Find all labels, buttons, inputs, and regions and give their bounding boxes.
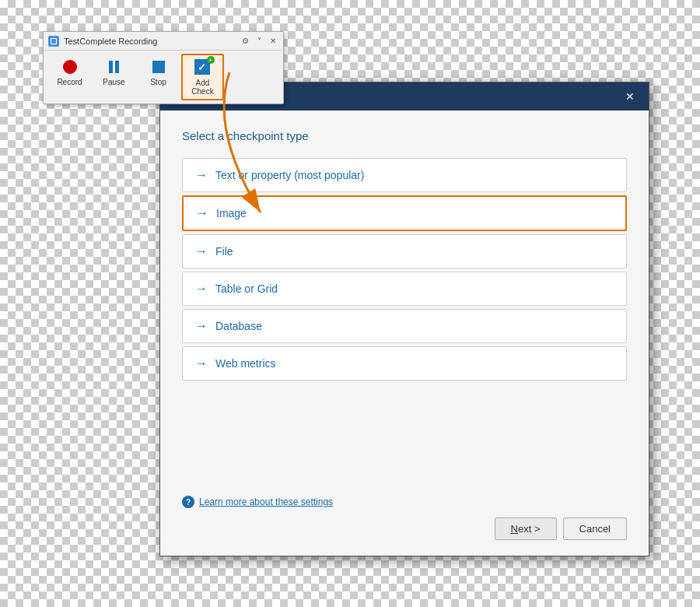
next-button[interactable]: Next > — [495, 518, 557, 540]
toolbar-titlebar: TestComplete Recording ⚙ ˅ ✕ — [44, 32, 283, 51]
record-label: Record — [57, 78, 82, 86]
arrow-icon-web-metrics: → — [195, 356, 208, 370]
chevron-down-icon[interactable]: ˅ — [254, 36, 264, 47]
stop-button[interactable]: Stop — [137, 54, 180, 100]
add-check-button[interactable]: ✓ + AddCheck — [181, 54, 224, 100]
checkpoint-web-metrics[interactable]: → Web metrics — [182, 346, 627, 381]
add-check-icon: ✓ + — [194, 58, 212, 77]
stop-label: Stop — [150, 78, 166, 86]
checkpoint-text-property[interactable]: → Text or property (most popular) — [182, 158, 627, 192]
dialog-content: Select a checkpoint type → Text or prope… — [160, 111, 649, 486]
checkpoint-file[interactable]: → File — [182, 234, 627, 268]
pause-icon — [105, 58, 124, 76]
checkpoint-table-label: Table or Grid — [215, 282, 278, 295]
dialog-close-button[interactable]: ✕ — [621, 87, 639, 106]
checkpoint-web-metrics-label: Web metrics — [215, 357, 276, 370]
learn-more-text: Learn more about these settings — [199, 496, 333, 507]
help-icon: ? — [182, 496, 194, 508]
gear-icon[interactable]: ⚙ — [240, 36, 250, 47]
dialog-subtitle: Select a checkpoint type — [182, 129, 627, 142]
checkpoint-database-label: Database — [215, 320, 262, 332]
add-checkpoint-dialog: Add Checkpoint ✕ Select a checkpoint typ… — [159, 82, 649, 556]
checkpoint-image[interactable]: → Image — [182, 195, 627, 231]
dialog-footer: ? Learn more about these settings Next >… — [160, 486, 649, 556]
toolbar-buttons: Record Pause Stop ✓ — [44, 51, 283, 104]
arrow-icon-text-property: → — [195, 168, 208, 182]
record-icon — [61, 58, 79, 76]
toolbar-close-icon[interactable]: ✕ — [268, 36, 278, 47]
recording-toolbar: TestComplete Recording ⚙ ˅ ✕ Record Paus… — [43, 31, 284, 104]
pause-label: Pause — [103, 78, 124, 86]
checkpoint-text-property-label: Text or property (most popular) — [215, 169, 364, 181]
arrow-icon-file: → — [195, 244, 208, 258]
checkpoint-image-label: Image — [216, 207, 247, 219]
learn-more-link[interactable]: ? Learn more about these settings — [182, 496, 627, 508]
cancel-button[interactable]: Cancel — [563, 518, 627, 540]
add-check-label: AddCheck — [191, 79, 213, 96]
stop-icon — [149, 58, 168, 76]
testcomplete-icon — [48, 36, 59, 47]
pause-button[interactable]: Pause — [93, 54, 135, 100]
arrow-icon-table: → — [195, 282, 208, 296]
record-button[interactable]: Record — [48, 54, 91, 100]
arrow-icon-database: → — [195, 319, 208, 333]
checkpoint-database[interactable]: → Database — [182, 309, 627, 343]
toolbar-controls: ⚙ ˅ ✕ — [240, 36, 278, 47]
checkpoint-table-grid[interactable]: → Table or Grid — [182, 272, 627, 306]
arrow-icon-image: → — [196, 206, 208, 220]
checkpoint-file-label: File — [215, 245, 233, 258]
dialog-actions: Next > Cancel — [182, 518, 627, 540]
toolbar-title: TestComplete Recording — [64, 37, 240, 46]
checkpoint-list: → Text or property (most popular) → Imag… — [182, 158, 627, 468]
